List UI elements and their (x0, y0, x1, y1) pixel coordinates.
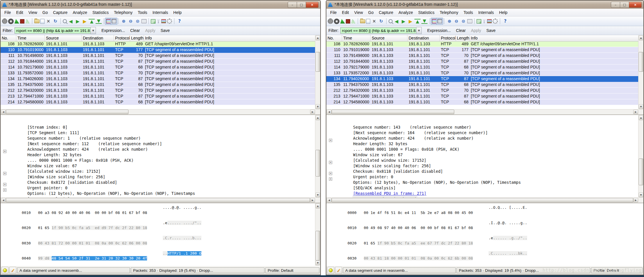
save-button[interactable]: Save (484, 28, 498, 33)
tree-row[interactable]: Urgent pointer: 0 (1, 176, 315, 182)
scroll-right-arrow[interactable]: ▶ (310, 198, 315, 202)
tree-row[interactable]: + .... 0000 0001 1000 = Flags: 0x018 (PS… (326, 138, 638, 143)
scroll-up-arrow[interactable]: ▲ (316, 204, 320, 208)
tree-row[interactable]: Urgent pointer: 0 (326, 165, 638, 171)
preferences-icon[interactable] (167, 19, 172, 24)
scroll-left-arrow[interactable]: ◀ (1, 198, 6, 202)
minimize-button[interactable]: – (611, 2, 620, 8)
help-icon[interactable]: ? (502, 18, 508, 24)
scroll-up-arrow[interactable]: ▲ (316, 115, 320, 120)
help-icon[interactable]: ? (176, 18, 183, 24)
tree-row[interactable]: [TCP Segment Len: 111] (1, 121, 315, 127)
packet-row[interactable]: 214 12.794580000 191.8.1.103 191.8.1.101… (326, 99, 638, 105)
go-top-icon[interactable]: ▲ (414, 19, 421, 24)
zoom-in-icon[interactable]: ⊕ (446, 18, 452, 24)
capture-options-icon[interactable] (334, 19, 339, 24)
toolbar-separator[interactable] (358, 18, 358, 24)
scroll-down-arrow[interactable]: ▼ (316, 260, 320, 265)
packet-row[interactable]: 112 10.791844000 191.8.1.103 191.8.1.101… (1, 59, 315, 64)
col-no[interactable]: No. (326, 35, 342, 41)
close-file-icon[interactable]: × (45, 18, 51, 24)
go-to-packet-icon[interactable]: ▶ (82, 18, 88, 24)
scroll-right-arrow[interactable]: ▶ (633, 110, 638, 114)
save-button[interactable]: Save (158, 28, 172, 33)
packet-list-vscrollbar[interactable]: ▲ ▼ (315, 35, 320, 109)
packet-row[interactable]: 214 12.794580000 191.8.1.103 191.8.1.101… (1, 99, 315, 105)
expression-button[interactable]: Expression... (99, 28, 128, 33)
menu-view[interactable]: View (352, 9, 366, 16)
menu-edit[interactable]: Edit (14, 9, 26, 16)
packet-row[interactable]: 135 11.794375000 191.8.1.103 191.8.1.101… (1, 82, 315, 88)
tree-row[interactable]: [Window size scaling factor: 256] (326, 154, 638, 160)
packet-row[interactable]: 108 10.782826000 191.8.1.101 191.8.1.103… (1, 41, 315, 47)
menu-file[interactable]: File (2, 9, 14, 16)
expander-icon[interactable]: + (3, 188, 6, 192)
tree-row[interactable]: TCP segment data (21 bytes) (326, 187, 638, 193)
col-info[interactable]: Info (144, 35, 315, 41)
col-time[interactable]: Time (342, 35, 371, 41)
save-file-icon[interactable] (366, 19, 370, 24)
tree-row[interactable]: Acknowledgment number: 424 (relative ack… (1, 138, 315, 143)
hex-row[interactable]: 002001 65 1f 90 b5 0c fa a5 ee 67 7f dc … (329, 235, 638, 251)
tree-row[interactable]: + Options: (12 bytes), No-Operation (NOP… (326, 171, 638, 176)
details-hscrollbar[interactable]: ◀ ▶ (326, 197, 638, 203)
reload-icon[interactable]: ↻ (52, 18, 58, 24)
zoom-100-icon[interactable]: ⊙ (460, 18, 466, 24)
tree-row[interactable]: Sequence number: 1 (relative sequence nu… (1, 127, 315, 132)
resize-columns-icon[interactable] (142, 19, 146, 23)
menu-internals[interactable]: Internals (150, 9, 171, 16)
menu-capture[interactable]: Capture (376, 9, 396, 16)
menu-internals[interactable]: Internals (476, 9, 497, 16)
toolbar-separator[interactable] (500, 18, 500, 24)
expander-icon[interactable]: + (329, 177, 332, 181)
colorize-toggle[interactable] (106, 19, 111, 24)
coloring-rules-icon[interactable] (161, 19, 166, 23)
hex-row[interactable]: 004099 d8 48 54 54 50 2f 31 2e 31 20 32 … (3, 251, 314, 266)
scroll-thumb[interactable] (6, 198, 310, 202)
col-protocol[interactable]: Protocol (440, 35, 456, 41)
packet-row[interactable]: 110 10.791019000 191.8.1.103 191.8.1.101… (326, 47, 638, 53)
tree-row[interactable]: + .... 0000 0001 1000 = Flags: 0x018 (PS… (1, 149, 315, 154)
menu-analyze[interactable]: Analyze (396, 9, 416, 16)
tree-row[interactable]: [Stream index: 0] (1, 116, 315, 121)
display-filters-icon[interactable] (156, 19, 160, 23)
go-to-packet-icon[interactable]: ▶ (407, 18, 414, 24)
scroll-down-arrow[interactable]: ▼ (316, 193, 320, 197)
expander-icon[interactable]: + (329, 161, 332, 164)
tree-row[interactable]: Acknowledgment number: 424 (relative ack… (326, 127, 638, 132)
close-button[interactable]: × (306, 2, 319, 8)
menu-telephony[interactable]: Telephony (111, 9, 135, 16)
apply-button[interactable]: Apply (468, 28, 484, 33)
col-time[interactable]: Time (16, 35, 45, 41)
col-length[interactable]: Length (456, 35, 470, 41)
hex-row[interactable]: 003000 43 81 18 00 00 01 01 08 0a 00 0c … (329, 251, 638, 266)
toolbar-separator[interactable] (104, 18, 104, 24)
preferences-icon[interactable] (493, 19, 498, 24)
tree-row[interactable]: [Calculated window size: 17152] (1, 160, 315, 165)
tree-row[interactable]: + [SEQ/ACK analysis] (1, 187, 315, 193)
packet-row[interactable]: 212 12.794320000 191.8.1.103 191.8.1.101… (326, 88, 638, 93)
apply-button[interactable]: Apply (142, 28, 158, 33)
packet-row[interactable]: 133 11.793572000 191.8.1.103 191.8.1.101… (326, 70, 638, 76)
clear-button[interactable]: Clear (453, 28, 468, 33)
go-top-icon[interactable]: ▲ (89, 19, 95, 24)
scroll-thumb[interactable] (639, 52, 643, 72)
tree-row[interactable]: [Window size scaling factor: 256] (1, 165, 315, 171)
close-file-icon[interactable]: × (371, 18, 377, 24)
hex-vscrollbar[interactable]: ▲ ▼ (315, 203, 320, 266)
details-vscrollbar[interactable]: ▲ ▼ (638, 115, 643, 198)
tree-row[interactable]: Sequence number: 143 (relative sequence … (326, 116, 638, 121)
menu-file[interactable]: File (328, 9, 339, 16)
menu-tools[interactable]: Tools (461, 9, 476, 16)
go-forward-icon[interactable]: ▶ (75, 18, 81, 24)
scroll-up-arrow[interactable]: ▲ (639, 115, 643, 120)
col-destination[interactable]: Destination (82, 35, 114, 41)
coloring-rules-icon[interactable] (487, 19, 492, 23)
colorize-toggle[interactable] (432, 19, 437, 24)
menu-analyze[interactable]: Analyze (70, 9, 90, 16)
toolbar-separator[interactable] (149, 18, 149, 24)
col-length[interactable]: Length (130, 35, 144, 41)
packet-row[interactable]: 134 11.794026000 191.8.1.103 191.8.1.101… (326, 76, 638, 82)
expert-info-button[interactable] (1, 267, 8, 274)
col-no[interactable]: No. (1, 35, 16, 41)
